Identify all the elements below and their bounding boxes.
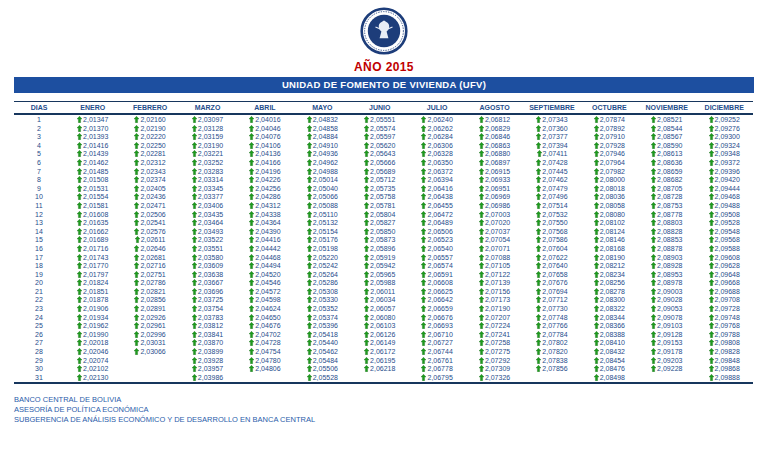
ufv-value: 2,03522 — [198, 236, 223, 243]
ufv-value: 2,05154 — [313, 228, 338, 235]
ufv-value: 2,01635 — [83, 219, 108, 226]
increase-arrow-icon — [709, 279, 714, 288]
increase-arrow-icon — [249, 348, 254, 357]
increase-arrow-icon — [192, 279, 197, 288]
increase-arrow-icon — [421, 331, 426, 340]
ufv-value: 2,07479 — [542, 185, 567, 192]
ufv-value: 2,07496 — [542, 193, 567, 200]
ufv-report-page: AÑO 2015 UNIDAD DE FOMENTO DE VIVIENDA (… — [0, 0, 768, 466]
day-number: 9 — [14, 185, 64, 194]
increase-arrow-icon — [249, 357, 254, 366]
ufv-value: 2,09252 — [715, 116, 740, 123]
increase-arrow-icon — [709, 168, 714, 177]
ufv-value: 2,06284 — [427, 133, 452, 140]
ufv-value-cell: 2,06472 — [408, 211, 465, 220]
ufv-value: 2,09768 — [715, 322, 740, 329]
increase-arrow-icon — [651, 357, 656, 366]
table-row: 302,021022,039572,048062,055062,062182,0… — [14, 365, 753, 374]
increase-arrow-icon — [479, 159, 484, 168]
ufv-value-cell: 2,07360 — [523, 125, 580, 134]
ufv-value-cell: 2,05965 — [351, 271, 408, 280]
increase-arrow-icon — [536, 296, 541, 305]
increase-arrow-icon — [594, 374, 599, 383]
increase-arrow-icon — [709, 331, 714, 340]
ufv-value: 2,02821 — [140, 288, 165, 295]
increase-arrow-icon — [651, 322, 656, 331]
ufv-value: 2,06416 — [427, 185, 452, 192]
ufv-value-cell: 2,07241 — [466, 331, 523, 340]
ufv-value: 2,04106 — [255, 142, 280, 149]
ufv-value: 2,08300 — [600, 296, 625, 303]
ufv-value-cell: 2,03159 — [179, 133, 236, 142]
day-number: 8 — [14, 176, 64, 185]
increase-arrow-icon — [77, 142, 82, 151]
ufv-value: 2,07122 — [485, 271, 510, 278]
ufv-value-cell: 2,04806 — [236, 365, 293, 374]
increase-arrow-icon — [307, 219, 312, 228]
ufv-value: 2,02046 — [83, 348, 108, 355]
increase-arrow-icon — [651, 228, 656, 237]
ufv-value: 2,02312 — [140, 159, 165, 166]
ufv-value: 2,06986 — [485, 202, 510, 209]
ufv-value: 2,03377 — [198, 193, 223, 200]
increase-arrow-icon — [479, 211, 484, 220]
ufv-value: 2,04364 — [255, 219, 280, 226]
ufv-value-cell: 2,07105 — [466, 262, 523, 271]
ufv-value: 2,05396 — [313, 322, 338, 329]
ufv-value: 2,08018 — [600, 185, 625, 192]
ufv-value-cell: 2,07377 — [523, 133, 580, 142]
increase-arrow-icon — [192, 228, 197, 237]
increase-arrow-icon — [192, 142, 197, 151]
increase-arrow-icon — [536, 185, 541, 194]
ufv-value-cell: 2,07258 — [466, 339, 523, 348]
ufv-value-cell: 2,08168 — [581, 245, 638, 254]
footer: BANCO CENTRAL DE BOLIVIA ASESORÍA DE POL… — [14, 395, 768, 424]
increase-arrow-icon — [709, 211, 714, 220]
increase-arrow-icon — [134, 142, 139, 151]
increase-arrow-icon — [536, 271, 541, 280]
ufv-value-cell: 2,04520 — [236, 271, 293, 280]
increase-arrow-icon — [536, 168, 541, 177]
ufv-value: 2,01878 — [83, 296, 108, 303]
ufv-value: 2,05198 — [313, 245, 338, 252]
day-number: 13 — [14, 219, 64, 228]
ufv-value: 2,08659 — [657, 168, 682, 175]
ufv-value: 2,02856 — [140, 296, 165, 303]
ufv-value: 2,05462 — [313, 348, 338, 355]
ufv-value: 2,05110 — [313, 211, 338, 218]
day-number: 10 — [14, 193, 64, 202]
ufv-value-cell: 2,03252 — [179, 159, 236, 168]
ufv-value-cell: 2,09203 — [638, 357, 695, 366]
ufv-value-cell: 2,01716 — [64, 245, 121, 254]
ufv-value: 2,01439 — [83, 150, 108, 157]
ufv-value-cell: 2,09252 — [695, 114, 753, 125]
ufv-value: 2,09300 — [715, 133, 740, 140]
increase-arrow-icon — [135, 236, 140, 245]
increase-arrow-icon — [364, 262, 369, 271]
ufv-value-cell: 2,05827 — [351, 219, 408, 228]
ufv-value: 2,09708 — [715, 296, 740, 303]
increase-arrow-icon — [364, 322, 369, 331]
increase-arrow-icon — [77, 185, 82, 194]
increase-arrow-icon — [479, 168, 484, 177]
increase-arrow-icon — [479, 331, 484, 340]
table-row: 202,018242,027862,036672,045462,052862,0… — [14, 279, 753, 288]
ufv-value: 2,08454 — [600, 357, 625, 364]
ufv-value: 2,07292 — [485, 357, 510, 364]
ufv-value-cell: 2,09648 — [695, 271, 753, 280]
ufv-value-cell: 2,05418 — [294, 331, 351, 340]
increase-arrow-icon — [421, 133, 426, 142]
increase-arrow-icon — [709, 254, 714, 263]
increase-arrow-icon — [421, 202, 426, 211]
ufv-value-cell: 2,09848 — [695, 357, 753, 366]
increase-arrow-icon — [536, 211, 541, 220]
ufv-value: 2,08928 — [657, 262, 682, 269]
ufv-value-cell: 2,06880 — [466, 150, 523, 159]
ufv-value-cell: 2,02130 — [64, 374, 121, 384]
ufv-value: 2,01770 — [83, 262, 108, 269]
ufv-value: 2,08878 — [657, 245, 682, 252]
ufv-value: 2,07928 — [600, 142, 625, 149]
increase-arrow-icon — [479, 357, 484, 366]
increase-arrow-icon — [307, 254, 312, 263]
ufv-value-cell: 2,04572 — [236, 288, 293, 297]
